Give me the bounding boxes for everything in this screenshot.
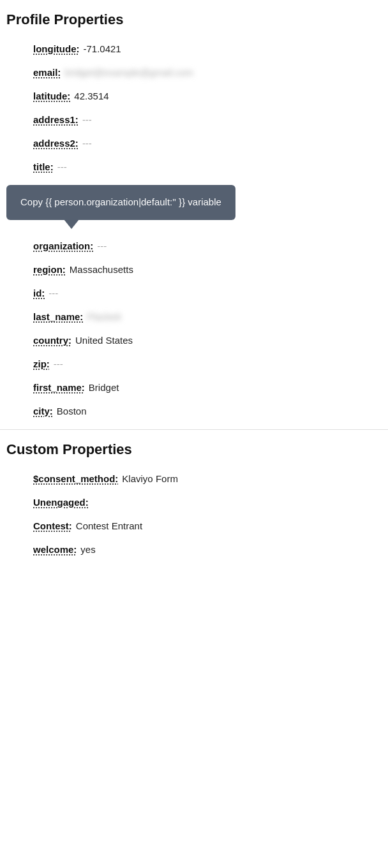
property-row-consent-method: $consent_method: Klaviyo Form (6, 467, 382, 490)
property-key-first-name: first_name: (33, 382, 85, 393)
property-row-last-name: last_name: Plackett (6, 305, 382, 328)
property-key-id: id: (33, 288, 45, 298)
property-value-zip: --- (54, 358, 63, 369)
property-key-unengaged: Unengaged: (33, 497, 89, 508)
property-key-city: city: (33, 406, 53, 416)
property-row-address1: address1: --- (6, 108, 382, 131)
property-row-contest: Contest: Contest Entrant (6, 514, 382, 538)
property-key-organization: organization: (33, 240, 93, 251)
property-row-unengaged: Unengaged: (6, 490, 382, 514)
property-key-consent-method: $consent_method: (33, 473, 118, 484)
profile-properties-list: longitude: -71.0421 email: bridget@examp… (0, 37, 388, 179)
property-key-welcome: welcome: (33, 544, 77, 555)
property-key-email: email: (33, 67, 61, 78)
property-row-email: email: bridget@example@gmail.com (6, 61, 382, 84)
property-value-city: Boston (57, 406, 87, 416)
tooltip-bubble: Copy {{ person.organization|default:'' }… (6, 185, 235, 220)
property-row-region: region: Massachusetts (6, 258, 382, 281)
property-value-contest: Contest Entrant (76, 520, 142, 531)
property-key-longitude: longitude: (33, 43, 79, 54)
property-value-email: bridget@example@gmail.com (64, 67, 193, 78)
tooltip-wrapper: Copy {{ person.organization|default:'' }… (0, 179, 388, 234)
property-key-zip: zip: (33, 358, 50, 369)
property-row-country: country: United States (6, 328, 382, 352)
property-value-organization: --- (97, 240, 107, 251)
property-key-address1: address1: (33, 114, 78, 125)
property-key-last-name: last_name: (33, 311, 83, 322)
property-row-latitude: latitude: 42.3514 (6, 84, 382, 108)
property-value-address1: --- (82, 114, 92, 125)
property-row-title: title: --- (6, 155, 382, 179)
custom-section: Custom Properties $consent_method: Klavi… (0, 430, 388, 574)
property-value-address2: --- (82, 138, 92, 149)
profile-properties-list-after: organization: --- region: Massachusetts … (0, 234, 388, 423)
property-key-region: region: (33, 264, 66, 275)
property-key-contest: Contest: (33, 520, 72, 531)
property-key-title: title: (33, 161, 54, 172)
property-value-welcome: yes (80, 544, 95, 555)
property-key-country: country: (33, 335, 71, 346)
property-value-country: United States (75, 335, 133, 346)
property-row-id: id: --- (6, 281, 382, 305)
custom-properties-list: $consent_method: Klaviyo Form Unengaged:… (0, 467, 388, 561)
property-value-latitude: 42.3514 (74, 91, 108, 101)
property-row-address2: address2: --- (6, 131, 382, 155)
property-key-address2: address2: (33, 138, 78, 149)
property-row-zip: zip: --- (6, 352, 382, 376)
property-value-first-name: Bridget (89, 382, 119, 393)
profile-section-title: Profile Properties (0, 0, 388, 37)
property-value-last-name: Plackett (87, 311, 121, 322)
custom-section-title: Custom Properties (0, 430, 388, 467)
property-row-city: city: Boston (6, 399, 382, 423)
profile-section: Profile Properties longitude: -71.0421 e… (0, 0, 388, 423)
property-row-organization: organization: --- (6, 234, 382, 258)
property-row-first-name: first_name: Bridget (6, 376, 382, 399)
tooltip-text: Copy {{ person.organization|default:'' }… (20, 196, 221, 207)
property-row-longitude: longitude: -71.0421 (6, 37, 382, 61)
property-row-welcome: welcome: yes (6, 538, 382, 561)
property-value-id: --- (48, 288, 58, 298)
property-value-longitude: -71.0421 (83, 43, 121, 54)
property-value-region: Massachusetts (70, 264, 133, 275)
property-value-consent-method: Klaviyo Form (122, 473, 178, 484)
property-key-latitude: latitude: (33, 91, 70, 101)
property-value-title: --- (57, 161, 67, 172)
